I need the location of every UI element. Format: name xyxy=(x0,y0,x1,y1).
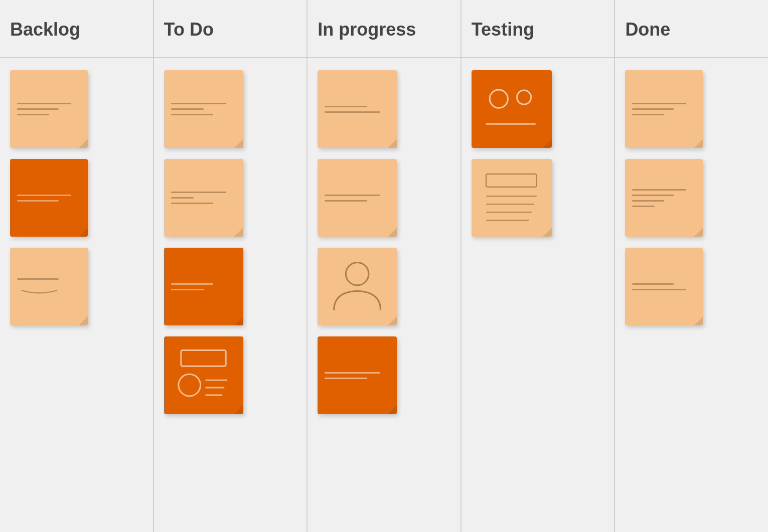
card-i2[interactable] xyxy=(318,159,397,237)
card-te2[interactable] xyxy=(472,159,552,237)
wireframe-icon xyxy=(169,341,238,409)
card-d1[interactable] xyxy=(625,70,703,148)
column-title-backlog: Backlog xyxy=(10,19,80,40)
card-b2[interactable] xyxy=(10,159,88,237)
column-title-todo: To Do xyxy=(164,19,214,40)
card-i4[interactable] xyxy=(318,336,397,414)
column-header-inprogress: In progress xyxy=(308,0,460,58)
card-t4[interactable] xyxy=(164,336,243,414)
svg-point-7 xyxy=(517,90,531,104)
column-todo: To Do xyxy=(154,0,308,532)
svg-rect-0 xyxy=(181,350,226,367)
kanban-board: Backlog xyxy=(0,0,768,532)
card-i1[interactable] xyxy=(318,70,397,148)
card-t1[interactable] xyxy=(164,70,243,148)
card-d3[interactable] xyxy=(625,248,703,325)
column-header-backlog: Backlog xyxy=(0,0,153,58)
column-backlog: Backlog xyxy=(0,0,154,532)
card-te1[interactable] xyxy=(472,70,552,148)
column-inprogress: In progress xyxy=(308,0,462,532)
column-title-done: Done xyxy=(625,19,670,40)
svg-point-6 xyxy=(490,90,508,108)
svg-point-1 xyxy=(179,375,201,397)
column-body-todo xyxy=(154,58,307,532)
card-b3[interactable] xyxy=(10,248,88,325)
column-header-todo: To Do xyxy=(154,0,307,58)
column-title-inprogress: In progress xyxy=(318,19,416,40)
column-testing: Testing xyxy=(462,0,616,532)
column-title-testing: Testing xyxy=(472,19,534,40)
svg-rect-9 xyxy=(486,174,537,187)
card-i3[interactable] xyxy=(318,248,397,325)
column-body-backlog xyxy=(0,58,153,532)
column-header-testing: Testing xyxy=(462,0,615,58)
wireframe2-icon xyxy=(476,163,547,232)
card-b1[interactable] xyxy=(10,70,88,148)
column-body-testing xyxy=(462,58,615,532)
card-t3[interactable] xyxy=(164,248,243,325)
card-t2[interactable] xyxy=(164,159,243,237)
person-icon xyxy=(326,256,389,318)
face-icon xyxy=(476,75,547,143)
column-body-inprogress xyxy=(308,58,460,532)
column-done: Done xyxy=(615,0,768,532)
column-header-done: Done xyxy=(615,0,768,58)
column-body-done xyxy=(615,58,768,532)
card-d2[interactable] xyxy=(625,159,703,237)
svg-point-5 xyxy=(346,262,368,285)
